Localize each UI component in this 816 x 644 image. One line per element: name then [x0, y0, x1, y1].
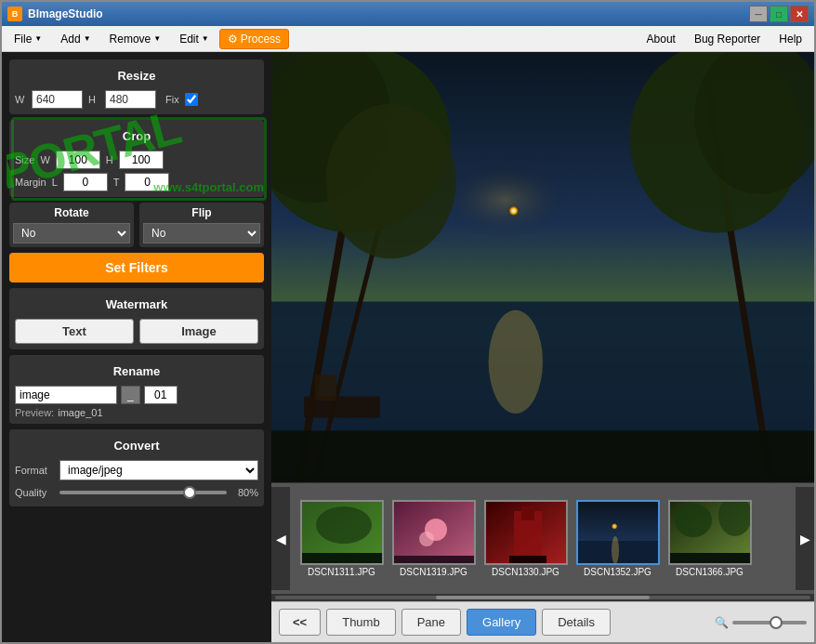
svg-point-32 [675, 504, 712, 537]
thumbnail-area: ◀ DSCN131 [271, 482, 814, 601]
preview-value: image_01 [58, 407, 102, 418]
scrollbar-thumb[interactable] [436, 596, 650, 599]
menu-add[interactable]: Add ▼ [52, 29, 99, 49]
thumb-label: DSCN1366.JPG [676, 567, 744, 577]
add-arrow-icon: ▼ [84, 34, 91, 43]
convert-header[interactable]: Convert [15, 435, 258, 456]
rotate-flip-section: Rotate No 90° 180° 270° Flip No Horizont… [9, 203, 264, 247]
edit-arrow-icon: ▼ [202, 34, 209, 43]
quality-slider[interactable] [59, 484, 227, 501]
svg-rect-22 [394, 556, 476, 565]
main-image [271, 52, 814, 482]
rename-header[interactable]: Rename [15, 361, 258, 382]
menu-about[interactable]: About [638, 29, 684, 49]
rename-section: Rename _ Preview: image_01 [9, 355, 264, 424]
crop-l-input[interactable] [63, 173, 108, 191]
svg-rect-26 [509, 556, 546, 565]
svg-point-30 [612, 536, 619, 564]
title-bar: B BImageStudio ─ □ ✕ [2, 2, 814, 26]
thumb-svg-4 [578, 502, 660, 565]
quality-value: 80% [232, 487, 258, 498]
crop-h-input[interactable] [119, 151, 164, 169]
thumb-label: DSCN1319.JPG [400, 567, 467, 577]
menu-remove[interactable]: Remove ▼ [101, 29, 170, 49]
thumb-scroll-right-btn[interactable]: ▶ [796, 487, 814, 590]
quality-label: Quality [15, 487, 54, 498]
rename-input[interactable] [15, 386, 117, 404]
zoom-slider[interactable] [732, 621, 807, 624]
main-content: PORTAL www.s4tportal.com Resize W H Fix [2, 52, 814, 642]
menu-file[interactable]: File ▼ [6, 29, 50, 49]
main-window: B BImageStudio ─ □ ✕ File ▼ Add ▼ Remove… [0, 0, 816, 644]
thumb-label: DSCN1311.JPG [308, 567, 375, 577]
menu-help[interactable]: Help [770, 29, 810, 49]
zoom-control: 🔍 [715, 616, 807, 629]
format-row: Format image/jpeg image/png image/gif im… [15, 460, 258, 480]
image-area [271, 52, 814, 482]
svg-point-17 [316, 506, 372, 544]
crop-t-input[interactable] [125, 173, 169, 191]
rename-preview-row: Preview: image_01 [15, 407, 258, 418]
close-button[interactable]: ✕ [790, 6, 809, 22]
menu-edit[interactable]: Edit ▼ [171, 29, 217, 49]
thumbnail-item[interactable]: DSCN1330.JPG [481, 500, 570, 577]
thumb-view-button[interactable]: Thumb [326, 609, 395, 636]
flip-header: Flip [143, 206, 260, 219]
svg-rect-18 [302, 553, 384, 565]
svg-point-4 [489, 310, 543, 414]
fix-checkbox[interactable] [185, 93, 198, 106]
resize-w-input[interactable] [32, 90, 83, 109]
fix-label: Fix [165, 94, 179, 105]
app-icon: B [7, 7, 22, 21]
rename-separator: _ [121, 386, 140, 404]
thumbnail-item-selected[interactable]: DSCN1352.JPG [573, 500, 662, 577]
watermark-header[interactable]: Watermark [15, 294, 258, 315]
resize-h-input[interactable] [105, 90, 156, 109]
format-select[interactable]: image/jpeg image/png image/gif image/bmp… [59, 460, 258, 480]
crop-w-input[interactable] [56, 151, 100, 169]
thumb-img-wrap [668, 500, 752, 565]
thumbnail-item[interactable]: DSCN1319.JPG [389, 500, 478, 577]
thumb-img-wrap [300, 500, 384, 565]
left-panel: PORTAL www.s4tportal.com Resize W H Fix [2, 52, 271, 642]
preview-label: Preview: [15, 407, 54, 418]
pane-view-button[interactable]: Pane [401, 609, 461, 636]
thumbnail-item[interactable]: DSCN1366.JPG [665, 500, 754, 577]
zoom-min-icon: 🔍 [715, 616, 729, 629]
maximize-button[interactable]: □ [770, 6, 788, 22]
watermark-section: Watermark Text Image [9, 288, 264, 349]
thumb-label: DSCN1330.JPG [492, 567, 559, 577]
bottom-toolbar: << Thumb Pane Gallery Details 🔍 [271, 601, 814, 642]
scrollbar-track[interactable] [275, 596, 810, 599]
flip-block: Flip No Horizontal Vertical [139, 203, 264, 247]
rotate-block: Rotate No 90° 180° 270° [9, 203, 134, 247]
thumbnail-scrollbar [271, 594, 814, 601]
thumbnail-item[interactable]: DSCN1311.JPG [297, 500, 386, 577]
thumbnails-container: DSCN1311.JPG [290, 496, 796, 581]
crop-header[interactable]: Crop [15, 125, 258, 147]
rotate-select[interactable]: No 90° 180° 270° [13, 223, 130, 243]
details-view-button[interactable]: Details [542, 609, 611, 636]
title-bar-buttons: ─ □ ✕ [749, 6, 809, 22]
menu-process[interactable]: ⚙ Process [219, 29, 289, 49]
watermark-image-button[interactable]: Image [139, 319, 258, 344]
flip-select[interactable]: No Horizontal Vertical [143, 223, 260, 243]
minimize-button[interactable]: ─ [749, 6, 768, 22]
thumb-scroll-left-btn[interactable]: ◀ [271, 487, 290, 590]
resize-header[interactable]: Resize [15, 65, 258, 86]
crop-section: Crop Size W H Margin L T [9, 120, 264, 197]
rename-number-input[interactable] [144, 386, 178, 404]
thumb-svg-1 [302, 502, 384, 565]
thumb-img-wrap [484, 500, 568, 565]
prev-button[interactable]: << [279, 609, 321, 636]
format-label: Format [15, 465, 54, 476]
svg-rect-14 [315, 375, 336, 401]
quality-row: Quality 80% [15, 484, 258, 501]
svg-rect-15 [271, 430, 814, 482]
thumb-img-wrap [392, 500, 476, 565]
menu-bugreporter[interactable]: Bug Reporter [686, 29, 769, 49]
watermark-text-button[interactable]: Text [15, 319, 134, 344]
thumb-img-wrap-selected [576, 500, 660, 565]
gallery-view-button[interactable]: Gallery [467, 609, 536, 636]
set-filters-button[interactable]: Set Filters [9, 253, 264, 283]
